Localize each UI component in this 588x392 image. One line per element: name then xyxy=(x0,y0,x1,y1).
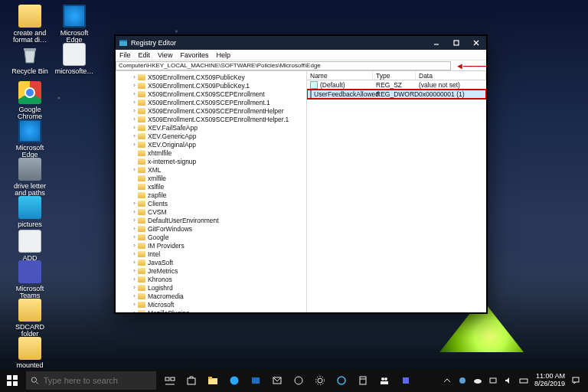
tree-node[interactable]: ›Intel xyxy=(117,250,306,258)
chevron-right-icon[interactable]: › xyxy=(131,74,138,80)
tree-node[interactable]: ›JavaSoft xyxy=(117,258,306,266)
tree-node[interactable]: ›XEV.GenericApp xyxy=(117,132,306,140)
settings-icon[interactable] xyxy=(309,369,331,392)
menu-help[interactable]: Help xyxy=(212,51,234,59)
chevron-right-icon[interactable]: › xyxy=(131,284,138,291)
desktop-icon-microsoftea[interactable]: microsofte… xyxy=(52,43,96,75)
chevron-right-icon[interactable]: › xyxy=(131,132,138,139)
address-input[interactable] xyxy=(116,61,451,70)
chevron-right-icon[interactable]: › xyxy=(131,301,138,308)
desktop-icon-chrome[interactable]: Google Chrome xyxy=(8,81,52,121)
tray-keyboard-icon[interactable] xyxy=(516,369,531,392)
tree-node[interactable]: ›X509Enrollment.CX509SCEPEnrollmentHelpe… xyxy=(117,106,306,115)
chevron-right-icon[interactable]: › xyxy=(131,90,138,97)
taskbar-clock[interactable]: 11:00 AM 8/26/2019 xyxy=(531,373,568,388)
tree-node[interactable]: ›Google xyxy=(117,233,306,241)
action-center-icon[interactable] xyxy=(568,369,583,392)
chevron-right-icon[interactable]: › xyxy=(131,99,138,106)
chevron-right-icon[interactable]: › xyxy=(131,276,138,283)
menu-edit[interactable]: Edit xyxy=(135,51,155,59)
cortana-icon[interactable] xyxy=(331,369,352,392)
tree-node[interactable]: ›X509Enrollment.CX509PublicKey.1 xyxy=(117,81,306,90)
tree-node[interactable]: ›X509Enrollment.CX509SCEPEnrollmentHelpe… xyxy=(117,115,306,123)
menu-file[interactable]: File xyxy=(116,51,135,59)
tree-node[interactable]: ›Khronos xyxy=(117,275,306,283)
tray-onedrive-icon[interactable] xyxy=(470,369,485,392)
value-row[interactable]: (Default)REG_SZ(value not set) xyxy=(307,80,486,90)
tree-node[interactable]: ›XEV.OriginalApp xyxy=(117,140,306,149)
desktop-icon-add[interactable]: ADD xyxy=(8,230,52,262)
chevron-right-icon[interactable]: › xyxy=(131,267,138,274)
tree-node[interactable]: ›X509Enrollment.CX509PublicKey xyxy=(117,73,306,81)
tree-node[interactable]: ›Logishrd xyxy=(117,283,306,292)
close-button[interactable] xyxy=(466,36,486,50)
values-pane[interactable]: Name Type Data (Default)REG_SZ(value not… xyxy=(307,71,486,312)
chevron-right-icon[interactable]: › xyxy=(131,292,138,299)
desktop-icon-sdcard[interactable]: SDCARD folder xyxy=(8,299,52,338)
outlook-icon[interactable] xyxy=(245,369,266,392)
minimize-button[interactable] xyxy=(426,36,446,50)
tree-node[interactable]: ›XML xyxy=(117,165,306,174)
tree-node[interactable]: ›Clients xyxy=(117,199,306,207)
explorer-icon[interactable] xyxy=(202,369,224,392)
tree-node[interactable]: xhtmlfile xyxy=(117,149,306,157)
desktop-icon-create-format[interactable]: create and format di… xyxy=(8,5,52,44)
tray-network-icon[interactable] xyxy=(485,369,501,392)
desktop-icon-drive-letter[interactable]: drive letter and paths xyxy=(8,158,52,198)
task-view-icon[interactable] xyxy=(159,369,181,392)
chevron-right-icon[interactable]: › xyxy=(131,200,138,207)
chevron-right-icon[interactable]: › xyxy=(131,259,138,266)
menu-view[interactable]: View xyxy=(154,51,176,59)
list-header[interactable]: Name Type Data xyxy=(307,71,486,80)
desktop-icon-recycle[interactable]: Recycle Bin xyxy=(8,43,52,75)
taskbar-search-input[interactable] xyxy=(44,376,152,385)
chevron-right-icon[interactable]: › xyxy=(131,166,138,173)
people-icon[interactable] xyxy=(374,369,395,392)
xbox-icon[interactable] xyxy=(288,369,309,392)
tree-node[interactable]: ›Macromedia xyxy=(117,292,306,300)
tree-node[interactable]: xslfile xyxy=(117,182,306,191)
col-type[interactable]: Type xyxy=(373,71,416,80)
chevron-right-icon[interactable]: › xyxy=(131,250,138,257)
tree-pane[interactable]: ›X509Enrollment.CX509PublicKey›X509Enrol… xyxy=(116,71,307,312)
chevron-right-icon[interactable]: › xyxy=(131,234,138,240)
tree-node[interactable]: zapfile xyxy=(117,191,306,199)
start-button[interactable] xyxy=(0,369,24,392)
chevron-right-icon[interactable]: › xyxy=(131,309,138,312)
menu-favorites[interactable]: Favorites xyxy=(176,51,212,59)
tree-node[interactable]: ›GitForWindows xyxy=(117,224,306,233)
edge-icon[interactable] xyxy=(224,369,245,392)
tree-node[interactable]: ›MozillaPlugins xyxy=(117,309,306,312)
col-data[interactable]: Data xyxy=(416,71,486,80)
tree-node[interactable]: ›Microsoft xyxy=(117,300,306,309)
desktop-icon-edge-1[interactable]: Microsoft Edge xyxy=(52,5,96,44)
store-icon[interactable] xyxy=(181,369,202,392)
chevron-right-icon[interactable]: › xyxy=(131,82,138,89)
col-name[interactable]: Name xyxy=(307,71,373,80)
tree-node[interactable]: ›DefaultUserEnvironment xyxy=(117,216,306,224)
tree-node[interactable]: ›IM Providers xyxy=(117,241,306,250)
tree-node[interactable]: ›X509Enrollment.CX509SCEPEnrollment xyxy=(117,90,306,98)
taskbar-search[interactable] xyxy=(26,371,156,390)
titlebar[interactable]: Registry Editor xyxy=(116,36,486,50)
chevron-right-icon[interactable]: › xyxy=(131,124,138,131)
chevron-right-icon[interactable]: › xyxy=(131,107,138,114)
tree-node[interactable]: ›JreMetrics xyxy=(117,266,306,275)
tray-app-icon[interactable] xyxy=(455,369,470,392)
chevron-right-icon[interactable]: › xyxy=(131,116,138,122)
mail-icon[interactable] xyxy=(266,369,288,392)
tray-chevron-up-icon[interactable] xyxy=(439,369,455,392)
chevron-right-icon[interactable]: › xyxy=(131,242,138,249)
value-row[interactable]: UserFeedbackAllowedREG_DWORD0x00000001 (… xyxy=(307,90,486,99)
chevron-right-icon[interactable]: › xyxy=(131,208,138,215)
chevron-right-icon[interactable]: › xyxy=(131,225,138,232)
chevron-right-icon[interactable]: › xyxy=(131,141,138,148)
calculator-icon[interactable] xyxy=(352,369,374,392)
app-icon[interactable] xyxy=(395,369,416,392)
tray-volume-icon[interactable] xyxy=(501,369,516,392)
tree-node[interactable]: ›XEV.FailSafeApp xyxy=(117,123,306,132)
chevron-right-icon[interactable]: › xyxy=(131,217,138,224)
desktop-icon-teams[interactable]: Microsoft Teams xyxy=(8,260,52,300)
tree-node[interactable]: x-internet-signup xyxy=(117,157,306,165)
desktop-icon-edge-2[interactable]: Microsoft Edge xyxy=(8,119,52,159)
